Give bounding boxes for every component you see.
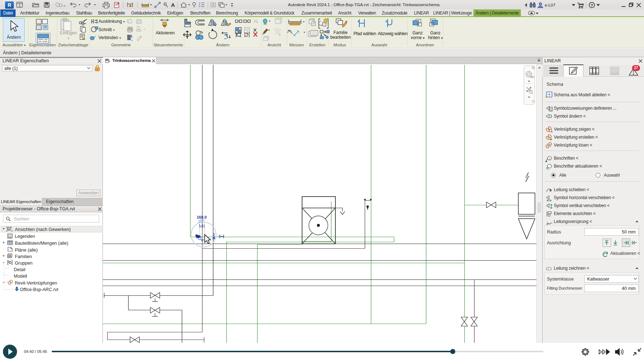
svg-text:2D: 2D <box>530 75 534 79</box>
svg-text:P: P <box>164 4 166 6</box>
svg-text:A: A <box>171 2 175 8</box>
svg-text:?: ? <box>591 3 593 8</box>
svg-text:160.0: 160.0 <box>197 215 207 219</box>
svg-text:e-L07: e-L07 <box>545 3 555 7</box>
svg-text:1: 1 <box>549 157 551 160</box>
